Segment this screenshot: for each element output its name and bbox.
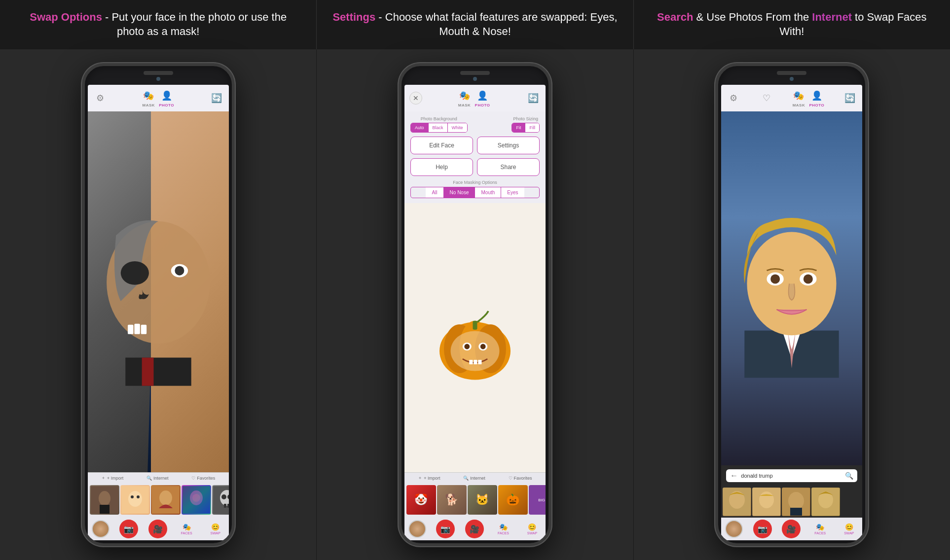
action-bar-2: ＋ + Import 🔍 Internet ♡ Favorites bbox=[404, 472, 546, 483]
action-bar-1: ＋ + Import 🔍 Internet ♡ Favorites bbox=[88, 472, 229, 483]
svg-point-55 bbox=[759, 491, 774, 508]
thumb-item-4[interactable] bbox=[182, 485, 211, 515]
tab-photo-2[interactable]: 👤 PHOTO bbox=[475, 89, 490, 107]
share-btn[interactable]: Share bbox=[477, 158, 540, 176]
svg-point-36 bbox=[464, 344, 470, 350]
svg-rect-26 bbox=[224, 504, 226, 508]
thumb-big-e[interactable]: BIG E bbox=[529, 485, 546, 515]
mask-mouth-btn[interactable]: Mouth bbox=[475, 187, 501, 198]
search-bar[interactable]: ← donald trump 🔍 bbox=[726, 469, 857, 482]
back-arrow-icon[interactable]: ← bbox=[730, 471, 738, 480]
header-accent-3: Search bbox=[657, 11, 693, 23]
internet-btn-1[interactable]: 🔍 Internet bbox=[146, 475, 169, 481]
thumb-dog[interactable]: 🐕 bbox=[437, 485, 467, 515]
swap-label-3: SWAP bbox=[844, 531, 854, 535]
search-input[interactable]: donald trump bbox=[741, 473, 842, 479]
svg-point-14 bbox=[131, 495, 134, 498]
size-fill-btn[interactable]: Fill bbox=[525, 123, 539, 132]
video-btn-3[interactable]: 🎥 bbox=[782, 520, 801, 538]
camera-flip-icon-1[interactable]: 🔄 bbox=[209, 91, 224, 105]
tab-mask-3[interactable]: 🎭 MASK bbox=[792, 89, 805, 107]
help-btn[interactable]: Help bbox=[410, 158, 473, 176]
tab-photo-1[interactable]: 👤 PHOTO bbox=[159, 89, 174, 107]
svg-point-3 bbox=[175, 266, 184, 276]
mask-all-btn[interactable]: All bbox=[426, 187, 443, 198]
search-icon-1: 🔍 bbox=[146, 476, 152, 481]
phone-speaker-2 bbox=[460, 71, 490, 75]
trump-thumb-svg-1 bbox=[723, 488, 751, 516]
heart-icon-2: ♡ bbox=[509, 476, 512, 481]
swap-btn-1[interactable]: 😊 SWAP bbox=[206, 520, 225, 538]
svg-rect-27 bbox=[227, 504, 229, 508]
photo-icon-3: 👤 bbox=[810, 89, 823, 102]
bg-settings: Photo Background Auto Black White bbox=[410, 116, 468, 133]
bg-white-btn[interactable]: White bbox=[448, 123, 467, 132]
trump-thumb-svg-3 bbox=[782, 488, 810, 516]
import-btn-2[interactable]: ＋ + Import bbox=[418, 475, 440, 481]
favorites-btn-2[interactable]: ♡ Favorites bbox=[509, 475, 532, 481]
thumb-item-3[interactable] bbox=[151, 485, 181, 515]
mask-no-nose-btn[interactable]: No Nose bbox=[444, 187, 475, 198]
size-seg-group[interactable]: Fit Fill bbox=[512, 123, 540, 133]
internet-label-1: Internet bbox=[153, 476, 169, 481]
video-btn-1[interactable]: 🎥 bbox=[148, 520, 167, 538]
trump-composite bbox=[721, 111, 862, 465]
favorites-btn-1[interactable]: ♡ Favorites bbox=[191, 475, 215, 481]
svg-point-38 bbox=[480, 344, 486, 350]
thumb-cat[interactable]: 🐱 bbox=[468, 485, 497, 515]
close-button-2[interactable]: ✕ bbox=[409, 92, 422, 105]
phone-2: ✕ 🎭 MASK 👤 PHOTO 🔄 bbox=[399, 63, 551, 546]
tab-mask-1[interactable]: 🎭 MASK bbox=[142, 89, 155, 107]
settings-top-row: Photo Background Auto Black White Photo … bbox=[410, 116, 540, 133]
internet-btn-2[interactable]: 🔍 Internet bbox=[463, 475, 485, 481]
trump-thumb-1[interactable] bbox=[723, 488, 751, 516]
size-fit-btn[interactable]: Fit bbox=[512, 123, 525, 132]
camera-flip-icon-3[interactable]: 🔄 bbox=[842, 91, 857, 105]
mask-eyes-btn[interactable]: Eyes bbox=[501, 187, 524, 198]
video-btn-2[interactable]: 🎥 bbox=[465, 520, 484, 538]
camera-btn-3[interactable]: 📷 bbox=[753, 520, 772, 538]
faces-btn-1[interactable]: 🎭 FACES bbox=[177, 520, 196, 538]
thumb-item-1[interactable] bbox=[90, 485, 119, 515]
bg-black-btn[interactable]: Black bbox=[429, 123, 448, 132]
tab-mask-label-3: MASK bbox=[793, 103, 805, 107]
phone-section-2: ✕ 🎭 MASK 👤 PHOTO 🔄 bbox=[317, 49, 633, 560]
camera-btn-1[interactable]: 📷 bbox=[119, 520, 138, 538]
faces-btn-2[interactable]: 🎭 FACES bbox=[494, 520, 512, 538]
bg-auto-btn[interactable]: Auto bbox=[411, 123, 429, 132]
camera-flip-icon-2[interactable]: 🔄 bbox=[526, 91, 541, 105]
thumb-pumpkin2[interactable]: 🎃 bbox=[498, 485, 528, 515]
tab-group-1: 🎭 MASK 👤 PHOTO bbox=[142, 89, 174, 107]
settings-btn[interactable]: Settings bbox=[477, 137, 540, 154]
svg-point-34 bbox=[450, 331, 499, 371]
thumb-woman-img bbox=[152, 486, 180, 514]
swap-btn-3[interactable]: 😊 SWAP bbox=[840, 520, 858, 538]
search-go-icon[interactable]: 🔍 bbox=[845, 472, 853, 480]
trump-thumb-2[interactable] bbox=[752, 488, 781, 516]
tab-mask-2[interactable]: 🎭 MASK bbox=[458, 89, 471, 107]
gear-icon[interactable]: ⚙ bbox=[93, 91, 108, 105]
phone-camera-3 bbox=[790, 77, 794, 81]
import-btn-1[interactable]: ＋ + Import bbox=[101, 475, 123, 481]
heart-icon-3[interactable]: ♡ bbox=[759, 91, 774, 105]
edit-face-btn[interactable]: Edit Face bbox=[410, 137, 473, 154]
bg-seg-group[interactable]: Auto Black White bbox=[410, 123, 468, 133]
mask-icon-1: 🎭 bbox=[142, 89, 155, 102]
trump-thumb-4[interactable] bbox=[811, 488, 840, 516]
faces-label-3: FACES bbox=[814, 531, 826, 535]
svg-rect-33 bbox=[473, 321, 477, 330]
import-icon-1: ＋ bbox=[101, 475, 106, 481]
trump-thumb-3[interactable] bbox=[782, 488, 810, 516]
photo-icon-2: 👤 bbox=[476, 89, 489, 102]
faces-btn-3[interactable]: 🎭 FACES bbox=[811, 520, 830, 538]
thumb-item-5[interactable] bbox=[212, 485, 229, 515]
masking-group[interactable]: All No Nose Mouth Eyes bbox=[410, 187, 540, 198]
camera-btn-2[interactable]: 📷 bbox=[436, 520, 455, 538]
gear-icon-3[interactable]: ⚙ bbox=[726, 91, 741, 105]
thumb-clown[interactable]: 🤡 bbox=[406, 485, 436, 515]
thumb-item-2[interactable] bbox=[120, 485, 150, 515]
photo-icon-1: 👤 bbox=[160, 89, 173, 102]
swap-btn-2[interactable]: 😊 SWAP bbox=[523, 520, 542, 538]
tab-photo-3[interactable]: 👤 PHOTO bbox=[809, 89, 824, 107]
bottom-action-area-2: 📷 🎥 🎭 FACES 😊 SWAP bbox=[404, 518, 546, 540]
